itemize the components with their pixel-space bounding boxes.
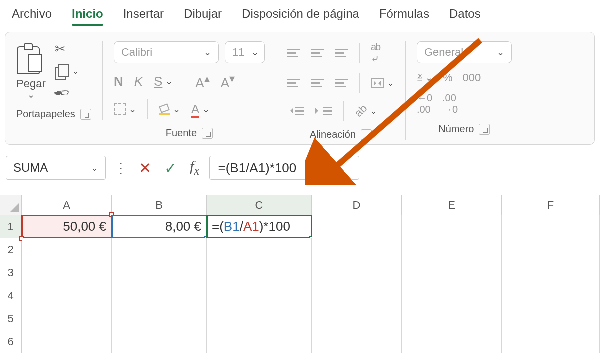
number-format-select[interactable]: General ⌄ <box>417 42 512 64</box>
cell-E1[interactable] <box>402 216 502 238</box>
cell-A3[interactable] <box>22 262 112 284</box>
col-header-B[interactable]: B <box>112 196 207 216</box>
cell-A5[interactable] <box>22 308 112 330</box>
cell-D1[interactable] <box>312 216 402 238</box>
cell-F1[interactable] <box>502 216 600 238</box>
row-header-1[interactable]: 1 <box>0 216 22 238</box>
cell-E5[interactable] <box>402 308 502 330</box>
borders-button[interactable]: ⌄ <box>114 104 136 116</box>
font-launcher[interactable] <box>202 128 213 139</box>
increase-decimal-button[interactable]: ←0.00 <box>417 92 432 116</box>
underline-button[interactable]: S⌄ <box>154 74 173 90</box>
orientation-button[interactable]: ab⌄ <box>355 104 378 118</box>
cell-D6[interactable] <box>312 330 402 354</box>
copy-button[interactable]: ⌄ <box>55 64 80 78</box>
align-middle-button[interactable] <box>312 49 324 58</box>
cell-C3[interactable] <box>207 262 312 284</box>
cell-F6[interactable] <box>502 330 600 354</box>
col-header-F[interactable]: F <box>502 196 600 216</box>
group-alignment-label: Alineación <box>310 129 356 140</box>
cell-E2[interactable] <box>402 238 502 262</box>
align-left-button[interactable] <box>288 79 300 88</box>
menu-dibujar[interactable]: Dibujar <box>184 7 222 21</box>
cell-F3[interactable] <box>502 262 600 284</box>
menu-datos[interactable]: Datos <box>450 7 481 21</box>
cell-D5[interactable] <box>312 308 402 330</box>
align-bottom-button[interactable] <box>336 49 348 58</box>
formula-input[interactable]: =(B1/A1)*100 <box>210 156 360 180</box>
cell-A2[interactable] <box>22 238 112 262</box>
col-header-D[interactable]: D <box>312 196 402 216</box>
menu-archivo[interactable]: Archivo <box>12 7 52 21</box>
cell-C2[interactable] <box>207 238 312 262</box>
row-header-6[interactable]: 6 <box>0 330 22 354</box>
cell-D4[interactable] <box>312 284 402 308</box>
italic-button[interactable]: K <box>134 74 143 90</box>
merge-button[interactable]: ⌄ <box>371 78 394 88</box>
insert-function-button[interactable]: fx <box>187 158 202 178</box>
cell-F5[interactable] <box>502 308 600 330</box>
cell-A4[interactable] <box>22 284 112 308</box>
cell-C4[interactable] <box>207 284 312 308</box>
cell-B1[interactable]: 8,00 € <box>112 216 207 238</box>
col-header-A[interactable]: A <box>22 196 112 216</box>
cell-E3[interactable] <box>402 262 502 284</box>
clipboard-launcher[interactable] <box>80 109 92 120</box>
cell-B3[interactable] <box>112 262 207 284</box>
cell-C6[interactable] <box>207 330 312 354</box>
row-header-4[interactable]: 4 <box>0 284 22 308</box>
cell-B4[interactable] <box>112 284 207 308</box>
accounting-format-button[interactable]: ⩮⌄ <box>417 72 433 84</box>
format-painter-button[interactable]: 🖌 <box>55 85 80 100</box>
row-header-2[interactable]: 2 <box>0 238 22 262</box>
cell-E6[interactable] <box>402 330 502 354</box>
decrease-indent-button[interactable] <box>288 107 304 116</box>
decrease-decimal-button[interactable]: .00→0 <box>442 92 458 116</box>
chevron-down-icon: ⌄ <box>387 78 394 88</box>
cell-A6[interactable] <box>22 330 112 354</box>
increase-indent-button[interactable] <box>316 107 332 116</box>
cell-D2[interactable] <box>312 238 402 262</box>
cell-C1[interactable]: =(B1/A1)*100 <box>207 216 312 238</box>
comma-style-button[interactable]: 000 <box>462 72 481 84</box>
shrink-font-button[interactable]: A▾ <box>221 72 235 91</box>
cell-F2[interactable] <box>502 238 600 262</box>
select-all-corner[interactable] <box>0 196 22 216</box>
font-color-button[interactable]: A⌄ <box>192 102 210 116</box>
alignment-launcher[interactable] <box>361 130 372 140</box>
cell-F4[interactable] <box>502 284 600 308</box>
cell-B5[interactable] <box>112 308 207 330</box>
bold-button[interactable]: N <box>114 74 124 90</box>
menu-disposicion[interactable]: Disposición de página <box>242 7 360 21</box>
wrap-text-button[interactable]: ab⤶ <box>371 42 380 65</box>
grow-font-button[interactable]: A▴ <box>196 72 210 91</box>
menu-formulas[interactable]: Fórmulas <box>380 7 430 21</box>
menu-insertar[interactable]: Insertar <box>124 7 164 21</box>
name-box[interactable]: SUMA ⌄ <box>6 156 106 180</box>
cell-B2[interactable] <box>112 238 207 262</box>
percent-button[interactable]: % <box>443 72 453 84</box>
row-header-5[interactable]: 5 <box>0 308 22 330</box>
col-header-C[interactable]: C <box>207 196 312 216</box>
cell-E4[interactable] <box>402 284 502 308</box>
cell-C5[interactable] <box>207 308 312 330</box>
align-center-button[interactable] <box>312 79 324 88</box>
fill-color-button[interactable]: ⌄ <box>159 104 180 115</box>
row-header-3[interactable]: 3 <box>0 262 22 284</box>
font-size-select[interactable]: 11 ⌄ <box>225 42 265 64</box>
paint-bucket-icon <box>159 104 170 115</box>
cut-button[interactable]: ✂ <box>55 42 80 57</box>
cancel-formula-button[interactable]: ✕ <box>136 160 154 177</box>
font-name-select[interactable]: Calibri ⌄ <box>114 42 219 64</box>
col-header-E[interactable]: E <box>402 196 502 216</box>
accept-formula-button[interactable]: ✓ <box>162 160 180 177</box>
cell-A1[interactable]: 50,00 € <box>22 216 112 238</box>
menu-inicio[interactable]: Inicio <box>72 7 104 21</box>
cell-B6[interactable] <box>112 330 207 354</box>
row-2: 2 <box>0 238 600 262</box>
cell-D3[interactable] <box>312 262 402 284</box>
paste-button[interactable]: Pegar ⌄ <box>16 42 46 100</box>
number-launcher[interactable] <box>479 124 490 135</box>
align-right-button[interactable] <box>336 79 348 88</box>
align-top-button[interactable] <box>288 49 300 58</box>
